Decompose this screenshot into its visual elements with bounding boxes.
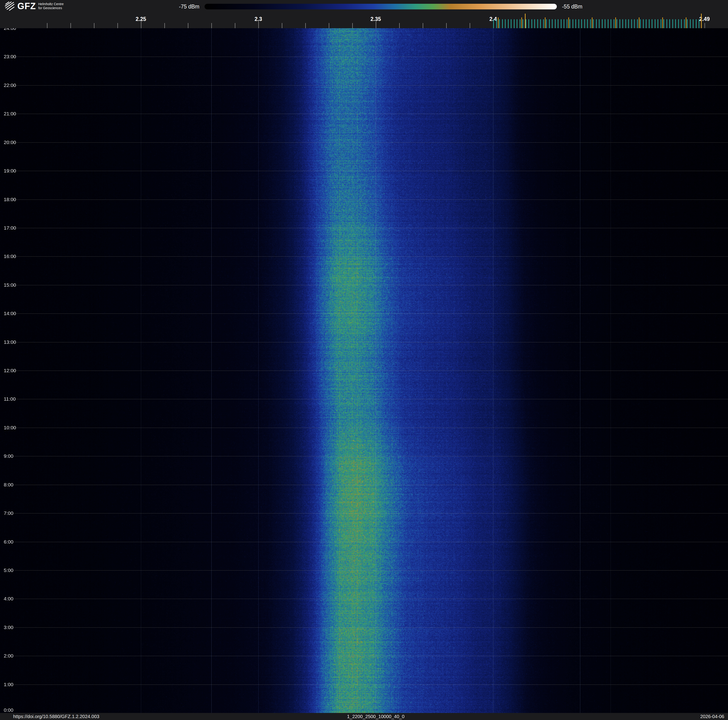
ruler-tick bbox=[626, 19, 626, 28]
ruler-tick bbox=[669, 19, 670, 28]
ruler-tick bbox=[646, 19, 647, 28]
time-tick-label: 20:00 bbox=[4, 139, 16, 145]
ruler-tick bbox=[581, 19, 582, 28]
time-tick-label: 13:00 bbox=[4, 339, 16, 345]
time-tick-label: 21:00 bbox=[4, 111, 16, 116]
ruler-tick bbox=[528, 19, 529, 28]
ruler-tick bbox=[569, 19, 570, 28]
ruler-tick bbox=[329, 23, 329, 28]
header-bar: GFZ Helmholtz Centre for Geosciences -75… bbox=[0, 0, 728, 13]
ruler-tick bbox=[188, 23, 188, 28]
ruler-tick bbox=[531, 19, 532, 28]
org-name-line1: Helmholtz Centre bbox=[38, 2, 64, 6]
ruler-tick bbox=[578, 19, 579, 28]
ruler-tick bbox=[305, 23, 306, 28]
ruler-tick bbox=[572, 19, 573, 28]
date-label: 2026-04-06 bbox=[700, 714, 724, 719]
ruler-tick bbox=[592, 17, 592, 28]
time-tick-label: 12:00 bbox=[4, 368, 16, 374]
ruler-tick bbox=[558, 19, 558, 28]
ruler-tick bbox=[615, 17, 616, 28]
ruler-tick bbox=[70, 23, 71, 28]
ruler-tick bbox=[599, 19, 600, 28]
ruler-tick bbox=[584, 19, 585, 28]
ruler-tick bbox=[616, 19, 617, 28]
ruler-tick bbox=[498, 17, 499, 28]
time-tick-label: 18:00 bbox=[4, 197, 16, 202]
colorbar-max-label: -55 dBm bbox=[562, 3, 583, 10]
ruler-tick bbox=[567, 19, 567, 28]
time-tick-label: 14:00 bbox=[4, 311, 16, 316]
ruler-tick bbox=[661, 19, 661, 28]
dataset-id: 1_2200_2500_10000_40_0 bbox=[347, 714, 405, 719]
org-name-line2: for Geosciences bbox=[38, 6, 64, 10]
footer-bar: https://doi.org/10.5880/GFZ.1.2.2024.003… bbox=[0, 713, 728, 720]
ruler-tick bbox=[545, 17, 546, 28]
gfz-logo-icon bbox=[4, 1, 15, 11]
ruler-tick bbox=[690, 19, 691, 28]
ruler-tick bbox=[658, 19, 658, 28]
ruler-tick bbox=[446, 23, 447, 28]
ruler-tick bbox=[549, 19, 550, 28]
ruler-tick bbox=[667, 19, 667, 28]
ruler-tick bbox=[514, 19, 514, 28]
ruler-tick bbox=[376, 21, 376, 28]
time-tick-label: 16:00 bbox=[4, 254, 16, 259]
ruler-tick bbox=[643, 19, 644, 28]
ruler-tick bbox=[628, 19, 629, 28]
ruler-tick bbox=[522, 17, 522, 28]
spectrogram-plot: 24:0023:0022:0021:0020:0019:0018:0017:00… bbox=[0, 28, 728, 713]
colorbar-min-label: -75 dBm bbox=[179, 3, 199, 10]
ruler-tick bbox=[282, 23, 282, 28]
ruler-tick bbox=[235, 23, 235, 28]
colorbar: -75 dBm -55 dBm bbox=[179, 0, 583, 13]
ruler-tick bbox=[564, 19, 564, 28]
time-tick-label: 3:00 bbox=[4, 625, 14, 630]
ruler-tick bbox=[540, 19, 541, 28]
ruler-tick bbox=[211, 23, 212, 28]
ruler-tick bbox=[546, 19, 547, 28]
time-tick-label: 1:00 bbox=[4, 682, 14, 687]
ruler-tick bbox=[593, 19, 594, 28]
ruler-tick bbox=[687, 19, 688, 28]
ruler-tick bbox=[511, 19, 511, 28]
ruler-tick bbox=[502, 19, 503, 28]
ruler-tick bbox=[508, 19, 509, 28]
gfz-logo: GFZ Helmholtz Centre for Geosciences bbox=[4, 1, 64, 11]
time-tick-label: 15:00 bbox=[4, 282, 16, 288]
ruler-tick bbox=[590, 19, 591, 28]
ruler-tick bbox=[705, 23, 705, 28]
ruler-tick bbox=[561, 19, 561, 28]
time-tick-label: 22:00 bbox=[4, 83, 16, 88]
ruler-tick bbox=[681, 19, 682, 28]
frequency-ruler: 2.252.32.352.42.49 bbox=[0, 13, 728, 28]
time-tick-label: 17:00 bbox=[4, 225, 16, 231]
ruler-tick bbox=[523, 19, 523, 28]
ruler-tick bbox=[537, 19, 538, 28]
ruler-tick bbox=[141, 21, 141, 28]
time-tick-label: 8:00 bbox=[4, 482, 14, 487]
ruler-tick bbox=[423, 23, 423, 28]
ruler-tick bbox=[693, 19, 693, 28]
ruler-tick bbox=[637, 19, 638, 28]
ruler-tick bbox=[699, 19, 699, 28]
time-tick-label: 11:00 bbox=[4, 396, 16, 402]
time-tick-label: 19:00 bbox=[4, 168, 16, 174]
org-name: Helmholtz Centre for Geosciences bbox=[38, 2, 64, 10]
ruler-tick bbox=[568, 17, 569, 28]
ruler-tick bbox=[610, 19, 611, 28]
time-tick-label: 23:00 bbox=[4, 54, 16, 60]
ruler-tick bbox=[552, 19, 552, 28]
time-tick-label: 10:00 bbox=[4, 425, 16, 430]
ruler-tick bbox=[555, 19, 556, 28]
ruler-tick bbox=[164, 23, 165, 28]
ruler-tick bbox=[534, 19, 535, 28]
ruler-tick bbox=[605, 19, 606, 28]
doi-link[interactable]: https://doi.org/10.5880/GFZ.1.2.2024.003 bbox=[13, 714, 99, 719]
ruler-tick bbox=[496, 19, 497, 28]
ruler-tick bbox=[352, 23, 353, 28]
ruler-tick bbox=[575, 19, 576, 28]
ruler-tick bbox=[639, 17, 639, 28]
ruler-tick bbox=[662, 17, 663, 28]
ruler-tick bbox=[613, 19, 614, 28]
